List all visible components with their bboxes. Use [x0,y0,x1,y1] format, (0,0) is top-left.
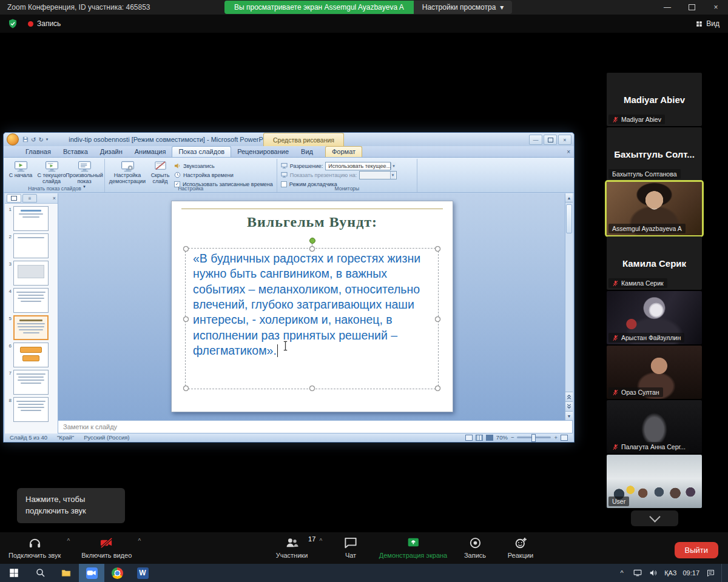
slide-thumbnail-6[interactable]: 6 [7,343,56,367]
ppt-tab-glavnaya[interactable]: Главная [19,147,57,157]
office-button[interactable] [7,133,19,146]
maximize-button[interactable] [679,0,704,15]
resize-handle[interactable] [435,386,440,391]
taskbar-search-button[interactable] [28,564,53,582]
language-indicator[interactable]: ҚАЗ [664,569,676,577]
slideshow-view-button[interactable] [486,435,493,441]
participant-tile-3[interactable]: Assemgul Ayazbayeva A [607,182,702,235]
participant-tile-4[interactable]: Камила СерикКамила Серик [607,236,702,290]
participant-tile-5[interactable]: Арыстан Файзуллин [607,291,702,344]
hidden-icons-chevron[interactable]: ^ [617,568,627,578]
participant-tile-1[interactable]: Madiyar AbievMadiyar Abiev [607,73,702,126]
resize-handle[interactable] [435,246,440,252]
slide-body[interactable]: «В будничных радостях и горестях жизни н… [186,249,438,358]
slide-thumbnail-5[interactable]: 5 [7,315,56,340]
share-screen-button[interactable]: Демонстрация экрана [379,536,447,559]
tab-outline[interactable]: ≡ [22,194,37,202]
resize-handle[interactable] [309,246,315,252]
resize-handle[interactable] [309,386,315,391]
scroll-down-icon[interactable]: ▼ [565,411,573,420]
from-beginning-button[interactable]: С начала [8,160,33,178]
participants-options-chevron[interactable]: ^ [320,538,323,544]
ppt-tab-format[interactable]: Формат [325,146,362,157]
ppt-tab-recenzirovanie[interactable]: Рецензирование [231,147,295,157]
resize-handle[interactable] [435,316,440,322]
taskbar-zoom-app-active[interactable] [79,564,104,582]
participant-tile-8[interactable]: User [607,455,702,508]
join-audio-button[interactable]: Подключить звук [8,536,61,559]
start-button[interactable] [0,564,28,582]
zoom-slider-thumb[interactable] [531,434,536,442]
slide-title[interactable]: Вильгельм Вундт: [172,214,453,230]
volume-tray-icon[interactable] [649,568,658,578]
resize-handle[interactable] [183,246,189,252]
slide-thumbnail-8[interactable]: 8 [7,397,56,422]
slide-scrollbar[interactable]: ▲ ▼ [565,193,573,420]
video-options-chevron[interactable]: ^ [138,538,141,544]
fit-slide-button[interactable] [561,435,568,441]
qat-caret-icon[interactable]: ▾ [46,137,49,142]
ppt-tab-vstavka[interactable]: Вставка [57,147,94,157]
taskbar-chrome[interactable] [104,564,130,582]
participants-button[interactable]: 17 ^ Участники [276,536,308,559]
start-video-button[interactable]: Включить видео [81,536,132,559]
zoom-out-icon[interactable]: − [511,434,514,441]
resize-handle[interactable] [183,316,189,322]
ppt-tab-dizayn[interactable]: Дизайн [94,147,129,157]
resize-handle[interactable] [183,386,189,391]
ppt-minimize-button[interactable]: — [529,135,542,145]
undo-icon[interactable]: ↺ [31,136,36,143]
reactions-button[interactable]: Реакции [508,536,534,559]
participant-tile-7[interactable]: Палагута Анна Серг... [607,400,702,453]
record-button[interactable]: Запись [464,536,486,559]
close-button[interactable]: × [704,0,728,15]
recording-indicator[interactable]: Запись [28,19,61,28]
encryption-shield-icon[interactable] [7,18,18,29]
hide-slide-button[interactable]: Скрыть слайд [148,160,172,184]
view-button[interactable]: Вид [695,19,720,28]
audio-options-chevron[interactable]: ^ [67,538,70,544]
slide-thumbnail-1[interactable]: 1 [7,206,56,231]
resolution-select[interactable]: Использовать текущее... ▾ [325,162,391,170]
zoom-in-icon[interactable]: + [554,434,558,441]
participant-tile-6[interactable]: Ораз Султан [607,346,702,399]
save-icon[interactable] [22,136,29,142]
clock[interactable]: 09:17 [682,569,699,577]
ppt-close-button[interactable]: × [558,135,571,145]
participant-tile-2[interactable]: Бахытгуль Солт...Бахытгуль Солтанова [607,127,702,181]
slide-thumbnail-4[interactable]: 4 [7,288,56,313]
slide-textbox[interactable]: «В будничных радостях и горестях жизни н… [185,248,439,389]
slide-thumbnail-3[interactable]: 3 [7,261,56,286]
scroll-up-icon[interactable]: ▲ [565,193,573,202]
taskbar-file-explorer[interactable] [53,564,79,582]
slide-thumbnail-7[interactable]: 7 [7,370,56,395]
zoom-slider[interactable] [517,436,551,438]
language-indicator[interactable]: Русский (Россия) [84,434,129,441]
ppt-tab-animaciya[interactable]: Анимация [129,147,172,157]
ppt-restore-button[interactable] [544,135,557,145]
tab-slides[interactable] [7,194,21,202]
taskbar-word[interactable]: W [130,564,155,582]
slide-thumbnail-2[interactable]: 2 [7,233,56,258]
previous-slide-button[interactable] [565,392,573,401]
record-narration-button[interactable]: Звукозапись [174,162,273,170]
notes-pane[interactable]: Заметки к слайду [58,420,573,433]
from-current-slide-button[interactable]: С текущего слайда [35,160,69,184]
rotate-handle[interactable] [309,238,315,244]
action-center-icon[interactable] [706,568,715,578]
leave-button[interactable]: Выйти [675,542,719,558]
minimize-button[interactable]: — [655,0,679,15]
slide-sorter-button[interactable] [476,435,483,441]
setup-slideshow-button[interactable]: Настройка демонстрации [109,160,146,184]
close-document-icon[interactable]: × [567,149,570,155]
next-slide-button[interactable] [565,401,573,411]
scrollbar-thumb[interactable] [566,204,572,233]
rehearse-timings-button[interactable]: Настройка времени [174,171,273,179]
slide-canvas[interactable]: Вильгельм Вундт: «В будничных радостях и… [171,201,453,412]
redo-icon[interactable]: ↻ [38,136,43,143]
chat-button[interactable]: Чат [344,536,358,559]
ppt-tab-pokaz-slaydov[interactable]: Показ слайдов [172,146,231,157]
normal-view-button[interactable] [465,435,473,441]
display-tray-icon[interactable] [633,568,642,578]
show-desktop-strip[interactable] [721,564,724,582]
